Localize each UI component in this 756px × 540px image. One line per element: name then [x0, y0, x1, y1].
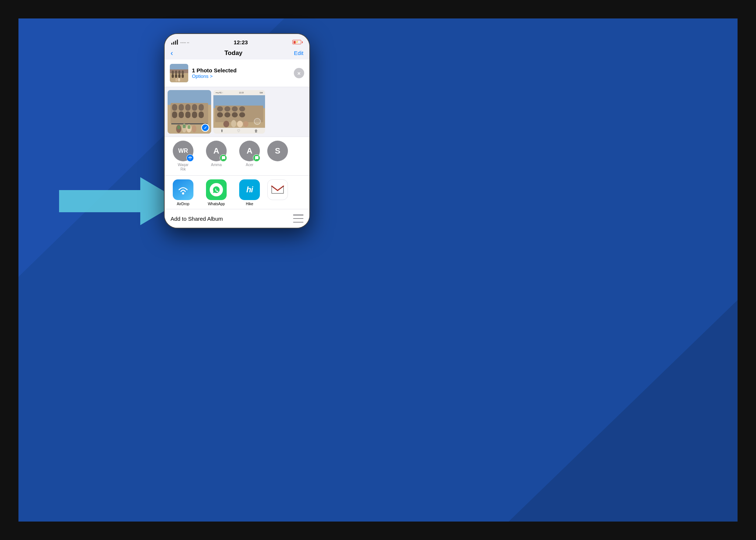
- svg-rect-48: [239, 112, 245, 117]
- svg-rect-10: [178, 74, 181, 78]
- contacts-row: WR WaqarRik A: [165, 137, 309, 175]
- svg-rect-7: [182, 70, 184, 74]
- contact-avatar-a2: A: [239, 141, 260, 161]
- whatsapp-app-label: WhatsApp: [208, 202, 225, 206]
- svg-rect-9: [175, 74, 177, 78]
- battery-icon: ⚡: [292, 40, 301, 44]
- share-info: 1 Photo Selected Options >: [192, 67, 290, 79]
- nav-title: Today: [224, 49, 243, 57]
- contact-item-a2[interactable]: A Acer: [233, 141, 266, 172]
- apps-row: AirDrop WhatsApp hi Hike: [165, 175, 309, 209]
- svg-rect-43: [232, 106, 238, 111]
- battery-container: ⚡: [292, 40, 303, 44]
- airdrop-app-label: AirDrop: [177, 202, 189, 206]
- svg-rect-42: [224, 106, 230, 111]
- share-options[interactable]: Options >: [192, 73, 290, 79]
- share-close-button[interactable]: ×: [294, 68, 304, 78]
- svg-point-52: [243, 121, 248, 127]
- border-overlay-left: [0, 0, 18, 540]
- arrow-graphic: [59, 170, 181, 233]
- svg-rect-4: [172, 70, 174, 74]
- border-overlay-right: [738, 0, 756, 540]
- photo-preview-main[interactable]: ✓: [168, 90, 211, 134]
- status-left: ••••• ••: [171, 39, 189, 45]
- svg-rect-26: [185, 111, 190, 118]
- svg-rect-21: [185, 104, 190, 111]
- messages-badge-2: [253, 154, 260, 162]
- nav-bar: ‹ Today Edit: [165, 48, 309, 59]
- share-title: 1 Photo Selected: [192, 67, 290, 73]
- app-item-whatsapp[interactable]: WhatsApp: [200, 179, 233, 206]
- app-item-airdrop[interactable]: AirDrop: [167, 179, 199, 206]
- svg-point-51: [237, 121, 243, 127]
- stack-icon: [293, 214, 303, 223]
- svg-rect-6: [178, 70, 181, 74]
- svg-rect-45: [217, 112, 223, 117]
- photo-preview-screenshot[interactable]: •••● 4G ↑ 12:23 Edit: [213, 90, 265, 134]
- svg-rect-20: [179, 104, 184, 111]
- contact-item-s[interactable]: S: [267, 141, 289, 172]
- svg-rect-22: [192, 104, 197, 111]
- svg-rect-27: [192, 111, 197, 118]
- contact-name-wr: WaqarRik: [178, 163, 188, 172]
- app-item-hike[interactable]: hi Hike: [233, 179, 266, 206]
- svg-rect-46: [224, 112, 230, 117]
- airdrop-badge: [186, 154, 194, 162]
- photo-preview-area: ✓ •••● 4G ↑ 12:23 Edit: [165, 87, 309, 137]
- status-time: 12:23: [234, 39, 248, 45]
- selection-checkmark: ✓: [201, 124, 209, 132]
- svg-rect-44: [239, 106, 245, 111]
- svg-rect-23: [199, 104, 204, 111]
- svg-rect-19: [172, 104, 177, 111]
- svg-point-13: [178, 78, 180, 82]
- status-bar: ••••• •• 12:23 ⚡: [165, 34, 309, 48]
- phone-frame: ••••• •• 12:23 ⚡ ‹ Today Edit: [164, 33, 310, 228]
- svg-rect-29: [171, 123, 207, 124]
- svg-marker-0: [59, 177, 181, 225]
- svg-rect-8: [172, 74, 174, 78]
- nav-back-arrow[interactable]: ‹: [171, 49, 173, 57]
- svg-rect-24: [172, 111, 177, 118]
- svg-rect-35: [183, 124, 186, 128]
- photo-thumbnail: [170, 64, 188, 82]
- svg-point-12: [175, 78, 178, 82]
- svg-point-50: [231, 120, 236, 127]
- bottom-action-label: Add to Shared Album: [171, 216, 223, 222]
- border-overlay-bottom: [0, 522, 756, 540]
- bg-triangle-bottomright: [509, 300, 738, 522]
- svg-point-14: [181, 78, 183, 82]
- svg-rect-47: [232, 112, 238, 117]
- carrier-text: ••••• ••: [180, 41, 189, 45]
- svg-rect-28: [199, 111, 204, 118]
- contact-avatar-a1: A: [206, 141, 227, 161]
- contact-name-a2: Acer: [246, 163, 254, 167]
- whatsapp-app-icon: [206, 179, 227, 200]
- svg-rect-36: [188, 125, 190, 129]
- hike-app-icon: hi: [239, 179, 260, 200]
- contact-avatar-wr: WR: [173, 141, 193, 161]
- messages-badge-1: [220, 154, 227, 162]
- svg-rect-41: [217, 106, 223, 111]
- share-header: 1 Photo Selected Options > ×: [165, 59, 309, 87]
- svg-point-33: [192, 125, 196, 133]
- svg-point-49: [223, 121, 229, 127]
- airdrop-app-icon: [173, 179, 193, 200]
- app-item-gmail[interactable]: [267, 179, 289, 206]
- nav-edit-button[interactable]: Edit: [294, 50, 303, 56]
- svg-rect-11: [182, 74, 184, 78]
- svg-rect-34: [177, 125, 180, 129]
- svg-point-53: [182, 192, 184, 195]
- contact-name-a1: Amma: [211, 163, 222, 167]
- contact-avatar-s: S: [267, 141, 288, 161]
- svg-rect-25: [179, 111, 184, 118]
- border-overlay: [0, 0, 756, 18]
- contact-item-a1[interactable]: A Amma: [200, 141, 233, 172]
- contact-item-wr[interactable]: WR WaqarRik: [167, 141, 199, 172]
- gmail-app-icon: [267, 179, 288, 200]
- bottom-action-row[interactable]: Add to Shared Album: [165, 209, 309, 228]
- svg-rect-5: [175, 70, 177, 74]
- hike-app-label: Hike: [246, 202, 253, 206]
